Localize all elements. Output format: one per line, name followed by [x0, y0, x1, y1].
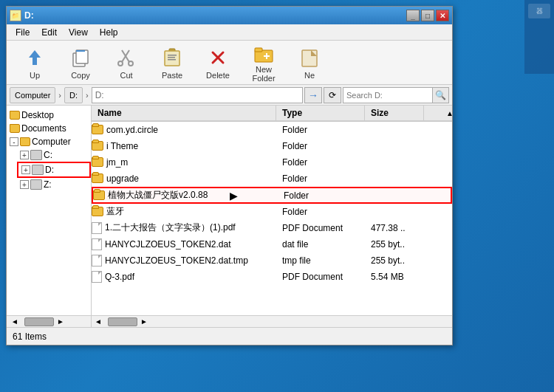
- up-button[interactable]: Up: [13, 44, 57, 82]
- menu-help[interactable]: Help: [94, 26, 124, 39]
- file-row-com-yd-circle[interactable]: com.yd.circle Folder: [92, 122, 452, 138]
- size-tmp: 255 byt..: [365, 255, 424, 267]
- copy-label: Copy: [71, 71, 90, 80]
- type-q3: PDF Document: [276, 271, 365, 283]
- file-row-q3pdf[interactable]: Q-3.pdf PDF Document 5.54 MB: [92, 269, 452, 285]
- sidebar: Desktop Documents - Computer + C:: [7, 106, 92, 315]
- filename-pdf1: 1.二十大报告（文字实录）(1).pdf: [105, 221, 236, 234]
- sidebar-label-d: D:: [45, 165, 54, 175]
- sidebar-item-d-drive[interactable]: + D:: [17, 162, 91, 178]
- c-expand[interactable]: +: [20, 151, 29, 159]
- title-bar-left: 📁 D:: [10, 10, 34, 21]
- search-box: 🔍: [343, 87, 449, 103]
- hscroll-left-arrow-file[interactable]: ◄: [92, 317, 105, 326]
- file-row-upgrade[interactable]: upgrade Folder: [92, 171, 452, 187]
- new-folder-button[interactable]: New Folder: [242, 44, 286, 82]
- delete-label: Delete: [206, 71, 230, 80]
- toolbar: Up Copy: [7, 41, 452, 85]
- up-label: Up: [30, 71, 40, 80]
- sidebar-item-z-drive[interactable]: + Z:: [17, 178, 91, 191]
- file-list: Name Type Size ▲ com.yd.circle Folder: [92, 106, 452, 315]
- close-button[interactable]: ✕: [436, 10, 449, 21]
- type-jm: Folder: [276, 157, 365, 168]
- size-pvz: [366, 195, 425, 196]
- menu-edit[interactable]: Edit: [35, 26, 63, 39]
- filename-bluetooth: 蓝牙: [106, 205, 124, 218]
- new-button[interactable]: Ne: [287, 44, 332, 82]
- size-q3: 5.54 MB: [365, 271, 424, 283]
- address-go-button[interactable]: →: [304, 87, 322, 103]
- folder-icon-com: [92, 125, 103, 134]
- filename-upgrade: upgrade: [106, 173, 139, 184]
- address-bar: Computer › D: › → ⟳ 🔍: [7, 85, 452, 106]
- file-row-i-theme[interactable]: i Theme Folder: [92, 138, 452, 154]
- sidebar-item-documents[interactable]: Documents: [7, 122, 91, 135]
- cut-button[interactable]: Cut: [104, 44, 148, 82]
- file-hscroll: ◄ ►: [92, 316, 452, 328]
- menu-bar: File Edit View Help: [7, 24, 452, 41]
- svg-rect-11: [168, 57, 175, 58]
- computer-expand[interactable]: -: [10, 137, 18, 146]
- hscroll-left-arrow[interactable]: ◄: [8, 317, 21, 326]
- col-header-type[interactable]: Type: [276, 106, 365, 120]
- sidebar-label-documents: Documents: [21, 123, 66, 134]
- file-row-pdf1[interactable]: 1.二十大报告（文字实录）(1).pdf PDF Document 477.38…: [92, 220, 452, 236]
- file-explorer-window: 📁 D: _ □ ✕ File Edit View Help: [6, 6, 453, 345]
- size-bluetooth: [365, 211, 424, 213]
- d-expand[interactable]: +: [21, 165, 30, 174]
- desktop: 器 📁 D: _ □ ✕ File Edit View Help: [0, 0, 554, 392]
- filename-q3: Q-3.pdf: [105, 272, 134, 282]
- computer-breadcrumb[interactable]: Computer: [10, 87, 55, 103]
- sidebar-item-computer[interactable]: - Computer: [7, 135, 91, 148]
- maximize-button[interactable]: □: [421, 10, 434, 21]
- svg-point-7: [129, 61, 133, 66]
- type-dat: dat file: [276, 238, 365, 250]
- menu-file[interactable]: File: [10, 26, 35, 39]
- cut-icon: [114, 46, 138, 69]
- file-row-jm-m[interactable]: jm_m Folder: [92, 154, 452, 171]
- search-input[interactable]: [343, 88, 432, 103]
- minimize-button[interactable]: _: [406, 10, 420, 21]
- drive-breadcrumb[interactable]: D:: [64, 87, 83, 103]
- sidebar-item-c-drive[interactable]: + C:: [17, 148, 91, 162]
- file-row-dat[interactable]: HANYCJLZOEUS_TOKEN2.dat dat file 255 byt…: [92, 236, 452, 252]
- col-header-name[interactable]: Name: [92, 106, 276, 120]
- menu-view[interactable]: View: [63, 26, 94, 39]
- paste-button[interactable]: Paste: [150, 44, 194, 82]
- new-label: Ne: [304, 71, 315, 80]
- refresh-button[interactable]: ⟳: [324, 87, 341, 103]
- file-icon-dat: [92, 238, 102, 250]
- filename-pvz: 植物大战僵尸交版v2.0.88: [108, 189, 208, 202]
- folder-icon-bluetooth: [92, 207, 103, 216]
- sidebar-item-desktop[interactable]: Desktop: [7, 109, 91, 122]
- desktop-folder-icon: [10, 111, 20, 120]
- z-expand[interactable]: +: [20, 180, 29, 189]
- sidebar-hscroll: ◄ ►: [7, 316, 92, 328]
- size-com: [365, 129, 424, 131]
- delete-icon: [206, 46, 230, 69]
- delete-button[interactable]: Delete: [196, 44, 240, 82]
- hscroll-thumb-file[interactable]: [108, 317, 137, 326]
- taskbar-icon-1: 器: [528, 4, 550, 18]
- svg-rect-3: [76, 50, 85, 52]
- svg-rect-12: [168, 59, 176, 61]
- d-drive-icon: [32, 165, 44, 175]
- scroll-up-btn[interactable]: ▲: [446, 109, 452, 117]
- computer-folder-icon: [20, 137, 30, 146]
- copy-button[interactable]: Copy: [58, 44, 103, 82]
- hscroll-right-arrow-file[interactable]: ►: [137, 317, 151, 326]
- col-header-size[interactable]: Size: [365, 106, 424, 120]
- documents-folder-icon: [10, 124, 20, 133]
- address-input[interactable]: [92, 87, 303, 103]
- search-button[interactable]: 🔍: [432, 88, 448, 103]
- hscroll-thumb-sidebar[interactable]: [24, 317, 54, 326]
- file-row-plants-vs-zombies[interactable]: 植物大战僵尸交版v2.0.88 Folder ▶: [92, 187, 452, 204]
- folder-icon-jm: [92, 157, 103, 167]
- hscroll-right-arrow-sidebar[interactable]: ►: [54, 317, 67, 326]
- content-area: Desktop Documents - Computer + C:: [7, 106, 452, 315]
- type-pdf1: PDF Document: [276, 222, 365, 234]
- file-row-tmp[interactable]: HANYCJLZOEUS_TOKEN2.dat.tmp tmp file 255…: [92, 252, 452, 269]
- status-bar: 61 Items: [7, 327, 452, 345]
- file-row-bluetooth[interactable]: 蓝牙 Folder: [92, 204, 452, 220]
- window-icon: 📁: [10, 10, 21, 21]
